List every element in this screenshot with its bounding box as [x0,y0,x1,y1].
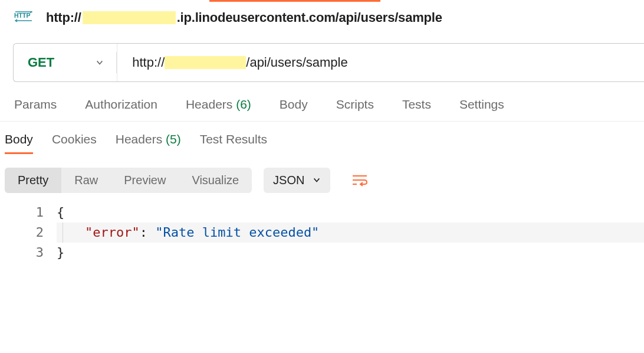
colon: : [140,225,156,240]
response-tab-cookies[interactable]: Cookies [52,132,97,154]
method-dropdown[interactable]: GET [14,44,117,81]
tab-tests[interactable]: Tests [402,97,431,112]
brace: } [57,245,64,260]
title-suffix: .ip.linodeusercontent.com/api/users/samp… [177,10,442,25]
code-line: { [57,202,644,223]
response-tab-body[interactable]: Body [5,132,33,154]
response-tab-headers-count: (5) [166,132,181,146]
json-string: "Rate limit exceeded" [155,225,319,240]
title-prefix: http:// [46,10,81,25]
tab-scripts[interactable]: Scripts [336,97,374,112]
mode-pretty[interactable]: Pretty [5,168,61,193]
request-title: http:// .ip.linodeusercontent.com/api/us… [46,10,442,25]
wrap-icon [351,174,368,187]
code-line: } [57,243,644,263]
mode-raw[interactable]: Raw [61,168,111,193]
url-input[interactable]: http:// /api/users/sample [117,44,644,81]
response-body-code: 1 2 3 { "error": "Rate limit exceeded" } [0,199,644,263]
tab-headers-count: (6) [236,97,251,111]
view-modes-row: Pretty Raw Preview Visualize JSON [0,161,644,199]
format-dropdown[interactable]: JSON [264,168,330,193]
http-icon: HTTP [14,10,35,25]
tab-body[interactable]: Body [280,97,308,112]
response-tab-headers[interactable]: Headers (5) [116,132,181,154]
response-tab-headers-label: Headers [116,132,162,146]
wrap-lines-button[interactable] [344,167,375,193]
code-lines[interactable]: { "error": "Rate limit exceeded" } [57,202,644,263]
brace: { [57,205,64,220]
chevron-down-icon [313,176,321,184]
tab-params[interactable]: Params [14,97,57,112]
method-label: GET [28,55,54,70]
format-label: JSON [273,174,304,187]
line-number: 3 [0,243,44,263]
redacted-host [83,11,176,24]
url-suffix: /api/users/sample [246,55,347,70]
mode-visualize[interactable]: Visualize [179,168,252,193]
code-line: "error": "Rate limit exceeded" [57,223,644,243]
view-mode-group: Pretty Raw Preview Visualize [5,168,252,193]
request-title-row: HTTP http:// .ip.linodeusercontent.com/a… [0,2,644,25]
tab-headers[interactable]: Headers (6) [186,97,251,112]
svg-text:HTTP: HTTP [14,12,30,19]
request-tabs: Params Authorization Headers (6) Body Sc… [0,82,644,122]
response-tabs: Body Cookies Headers (5) Test Results [0,122,644,161]
line-gutter: 1 2 3 [0,202,57,263]
line-number: 1 [0,202,44,223]
json-key: "error" [85,225,140,240]
tab-headers-label: Headers [186,97,232,111]
response-tab-test-results[interactable]: Test Results [200,132,267,154]
mode-preview[interactable]: Preview [111,168,179,193]
tab-authorization[interactable]: Authorization [85,97,157,112]
chevron-down-icon [96,58,104,67]
line-number: 2 [0,223,44,243]
tab-settings[interactable]: Settings [459,97,504,112]
request-row: GET http:// /api/users/sample [13,43,644,82]
url-prefix: http:// [132,55,165,70]
redacted-url-host [165,56,246,69]
